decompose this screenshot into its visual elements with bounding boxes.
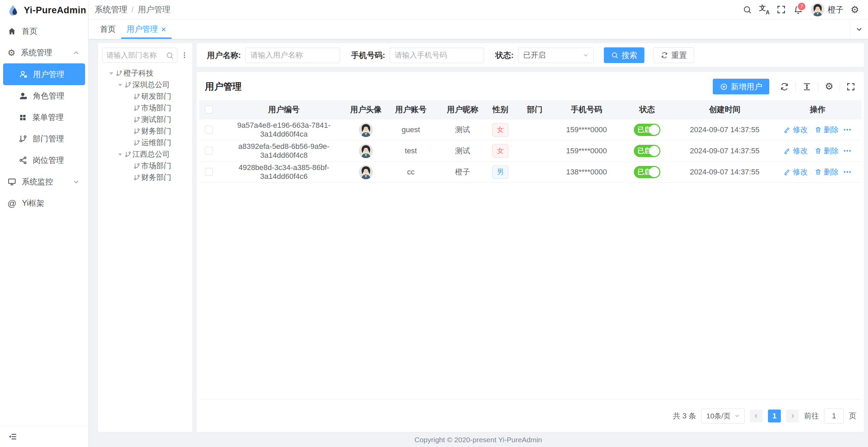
cell-user-id: a8392efa-5ed8-6b56-9a9e-3a14dd60f4c8 — [218, 142, 350, 160]
refresh-table-icon[interactable] — [780, 82, 789, 91]
switch-knob — [649, 167, 659, 177]
close-tab-icon[interactable]: × — [161, 25, 166, 34]
tree-node[interactable]: 橙子科技 — [102, 67, 188, 79]
cell-created-time: 2024-09-07 14:37:55 — [676, 147, 774, 155]
row-checkbox[interactable] — [205, 168, 213, 176]
delete-link[interactable]: 删除 — [815, 125, 839, 135]
tree-more-icon[interactable] — [181, 51, 188, 59]
settings-gear-icon[interactable]: ⚙ — [846, 0, 863, 19]
column-settings-icon[interactable]: ⚙ — [825, 82, 833, 91]
cell-created-time: 2024-09-07 14:37:55 — [676, 168, 774, 176]
more-actions-button[interactable]: ••• — [843, 148, 852, 154]
tab-label: 首页 — [100, 24, 116, 34]
translate-icon[interactable]: 文A — [756, 0, 773, 19]
chevron-down-icon — [73, 178, 80, 186]
edit-link[interactable]: 修改 — [784, 146, 808, 156]
row-checkbox[interactable] — [205, 147, 213, 155]
page-content: 橙子科技深圳总公司研发部门市场部门测试部门财务部门运维部门江西总公司市场部门财务… — [89, 39, 868, 433]
column-header-gender: 性别 — [486, 104, 515, 115]
tree-node[interactable]: 财务部门 — [102, 125, 188, 137]
delete-link[interactable]: 删除 — [815, 167, 839, 177]
tab-label: 用户管理 — [127, 24, 158, 34]
tree-node[interactable]: 江西总公司 — [102, 149, 188, 160]
table-row: 9a57a4e8-e196-663a-7841-3a14dd60f4cagues… — [199, 119, 862, 140]
tree-node[interactable]: 研发部门 — [102, 91, 188, 102]
tree-node-label: 市场部门 — [141, 161, 171, 171]
table-body: 9a57a4e8-e196-663a-7841-3a14dd60f4cagues… — [199, 119, 862, 183]
sidebar-group-system[interactable]: ⚙ 系统管理 — [0, 42, 88, 63]
tree-node[interactable]: 运维部门 — [102, 137, 188, 149]
branch-icon — [133, 163, 140, 169]
chevron-down-icon — [582, 52, 589, 59]
tree-node[interactable]: 市场部门 — [102, 102, 188, 114]
edit-link[interactable]: 修改 — [784, 125, 808, 135]
avatar[interactable] — [811, 3, 824, 16]
caret-down-icon[interactable] — [107, 71, 116, 76]
sidebar-item-menus[interactable]: 菜单管理 — [0, 107, 88, 128]
column-header-actions: 操作 — [774, 104, 862, 115]
tree-node-label: 财务部门 — [141, 126, 171, 136]
plus-circle-icon — [720, 83, 728, 91]
prev-page-button[interactable] — [750, 410, 763, 422]
user-name[interactable]: 橙子 — [828, 4, 843, 15]
search-icon — [166, 51, 174, 60]
tree-node-label: 橙子科技 — [124, 68, 154, 78]
phone-input[interactable] — [389, 48, 484, 63]
sidebar-item-home[interactable]: 首页 — [0, 20, 88, 42]
more-actions-button[interactable]: ••• — [843, 169, 852, 175]
sidebar-group-monitor[interactable]: 系统监控 — [0, 171, 88, 192]
status-toggle[interactable]: 已启用 — [634, 166, 660, 178]
sidebar-item-framework[interactable]: @ Yi框架 — [0, 192, 88, 214]
next-page-button[interactable] — [786, 410, 799, 422]
collapse-sidebar-icon[interactable] — [8, 432, 17, 441]
tab-home[interactable]: 首页 — [95, 19, 121, 39]
caret-down-icon[interactable] — [116, 152, 125, 157]
status-toggle[interactable]: 已启用 — [634, 124, 660, 136]
goto-page-input[interactable] — [824, 409, 844, 423]
tree-node[interactable]: 深圳总公司 — [102, 79, 188, 91]
branch-icon — [133, 105, 140, 111]
edit-link[interactable]: 修改 — [784, 167, 808, 177]
breadcrumb-separator: / — [131, 5, 134, 14]
username-input[interactable] — [245, 48, 340, 63]
tree-node[interactable]: 财务部门 — [102, 172, 188, 183]
search-button[interactable]: 搜索 — [604, 47, 644, 63]
more-actions-button[interactable]: ••• — [843, 126, 852, 133]
add-user-button[interactable]: 新增用户 — [713, 79, 769, 94]
tab-user-management[interactable]: 用户管理 × — [121, 19, 172, 39]
table-title: 用户管理 — [205, 80, 242, 93]
row-density-icon[interactable] — [802, 82, 811, 91]
gender-tag: 男 — [492, 165, 509, 179]
table-row: a8392efa-5ed8-6b56-9a9e-3a14dd60f4c8test… — [199, 140, 862, 161]
status-select[interactable]: 已开启 — [518, 48, 594, 63]
fullscreen-icon[interactable] — [773, 0, 790, 19]
caret-down-icon[interactable] — [116, 82, 125, 87]
status-toggle[interactable]: 已启用 — [634, 145, 660, 157]
sidebar-item-roles[interactable]: 角色管理 — [0, 85, 88, 107]
branch-icon — [125, 151, 131, 158]
cell-created-time: 2024-09-07 14:37:55 — [676, 125, 774, 134]
reset-button[interactable]: 重置 — [654, 47, 694, 63]
monitor-icon — [7, 178, 16, 186]
row-checkbox[interactable] — [205, 126, 213, 134]
sidebar-item-label: Yi框架 — [22, 198, 44, 209]
table-fullscreen-icon[interactable] — [847, 82, 855, 91]
select-all-checkbox[interactable] — [205, 106, 213, 113]
page-1-button[interactable]: 1 — [768, 410, 781, 422]
status-select-value: 已开启 — [523, 50, 546, 60]
breadcrumb-item-users: 用户管理 — [138, 4, 171, 15]
table-row: 4928be8d-3c34-a385-86bf-3a14dd60f4c6cc橙子… — [199, 161, 862, 183]
logo[interactable]: Yi-PureAdmin — [0, 0, 88, 20]
sidebar-item-users[interactable]: 用户管理 — [3, 63, 85, 85]
sidebar-item-posts[interactable]: 岗位管理 — [0, 150, 88, 171]
page-size-select[interactable]: 10条/页 — [701, 409, 745, 423]
search-icon[interactable] — [739, 0, 756, 19]
tree-node[interactable]: 市场部门 — [102, 160, 188, 172]
bell-icon[interactable]: 7 — [790, 0, 807, 19]
cell-phone: 159****0000 — [554, 125, 618, 134]
breadcrumb-item-system[interactable]: 系统管理 — [95, 4, 127, 15]
delete-link[interactable]: 删除 — [815, 146, 839, 156]
tree-node[interactable]: 测试部门 — [102, 114, 188, 125]
sidebar-item-depts[interactable]: 部门管理 — [0, 128, 88, 150]
tabs-menu-button[interactable] — [850, 19, 868, 39]
